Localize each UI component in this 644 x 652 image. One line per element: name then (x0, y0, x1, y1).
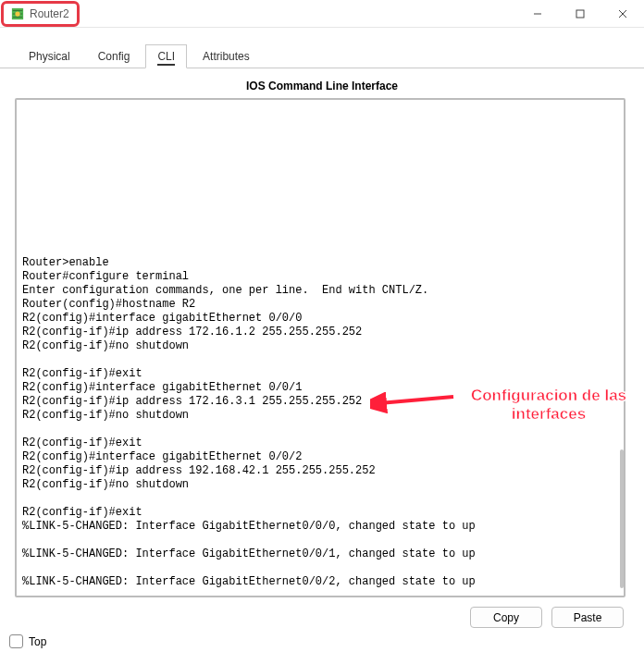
copy-button[interactable]: Copy (470, 607, 542, 628)
svg-rect-3 (576, 10, 584, 18)
router-icon (11, 7, 24, 20)
terminal-scrollbar-handle[interactable] (620, 449, 624, 588)
top-checkbox-label: Top (29, 635, 46, 648)
top-checkbox[interactable] (9, 634, 23, 648)
cli-terminal[interactable]: Router>enable Router#configure terminal … (15, 98, 625, 597)
minimize-button[interactable] (516, 0, 559, 27)
panel-title: IOS Command Line Interface (15, 80, 629, 92)
button-row: Copy Paste (15, 607, 629, 628)
close-button[interactable] (601, 0, 644, 27)
title-highlight-box: Router2 (1, 1, 80, 27)
terminal-scrollbar[interactable] (620, 209, 624, 486)
footer-row: Top (9, 634, 46, 648)
paste-button[interactable]: Paste (551, 607, 624, 628)
tab-cli[interactable]: CLI (145, 44, 187, 68)
tab-config[interactable]: Config (86, 44, 142, 68)
svg-point-1 (15, 11, 19, 16)
maximize-button[interactable] (559, 0, 601, 27)
window-controls (516, 0, 644, 27)
titlebar: Router2 (0, 0, 644, 28)
cli-panel: IOS Command Line Interface Router>enable… (0, 68, 644, 628)
tab-attributes[interactable]: Attributes (191, 44, 262, 68)
tab-physical[interactable]: Physical (17, 44, 82, 68)
window-title: Router2 (30, 7, 69, 20)
tab-bar: Physical Config CLI Attributes (0, 44, 644, 68)
